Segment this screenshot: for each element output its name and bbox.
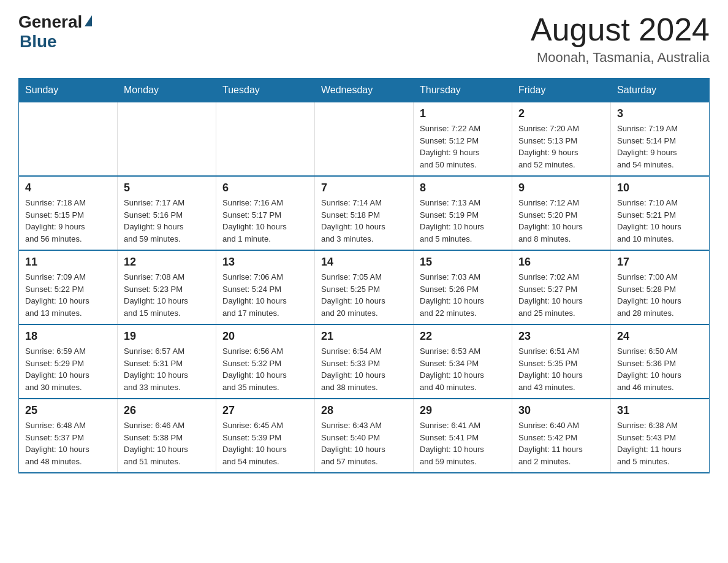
calendar-cell: 12Sunrise: 7:08 AM Sunset: 5:23 PM Dayli… <box>118 250 216 324</box>
day-info: Sunrise: 7:18 AM Sunset: 5:15 PM Dayligh… <box>25 197 111 245</box>
day-number: 4 <box>25 182 111 194</box>
day-number: 15 <box>420 256 506 269</box>
calendar-cell: 22Sunrise: 6:53 AM Sunset: 5:34 PM Dayli… <box>414 324 512 399</box>
calendar-cell: 26Sunrise: 6:46 AM Sunset: 5:38 PM Dayli… <box>118 399 216 473</box>
location-subtitle: Moonah, Tasmania, Australia <box>531 50 710 66</box>
day-number: 24 <box>617 330 703 343</box>
day-info: Sunrise: 6:46 AM Sunset: 5:38 PM Dayligh… <box>124 419 210 467</box>
day-number: 5 <box>124 182 210 194</box>
day-info: Sunrise: 7:08 AM Sunset: 5:23 PM Dayligh… <box>124 271 210 319</box>
header-tuesday: Tuesday <box>216 79 315 102</box>
day-info: Sunrise: 7:20 AM Sunset: 5:13 PM Dayligh… <box>518 123 604 170</box>
calendar-cell: 3Sunrise: 7:19 AM Sunset: 5:14 PM Daylig… <box>611 102 710 177</box>
day-info: Sunrise: 6:38 AM Sunset: 5:43 PM Dayligh… <box>617 419 703 467</box>
header-friday: Friday <box>512 79 611 102</box>
day-number: 2 <box>518 107 604 120</box>
day-number: 1 <box>420 107 506 120</box>
calendar-week-2: 4Sunrise: 7:18 AM Sunset: 5:15 PM Daylig… <box>19 176 710 250</box>
calendar-cell: 15Sunrise: 7:03 AM Sunset: 5:26 PM Dayli… <box>414 250 512 324</box>
day-info: Sunrise: 6:40 AM Sunset: 5:42 PM Dayligh… <box>518 419 604 467</box>
calendar-cell: 19Sunrise: 6:57 AM Sunset: 5:31 PM Dayli… <box>118 324 216 399</box>
day-info: Sunrise: 7:10 AM Sunset: 5:21 PM Dayligh… <box>617 197 703 245</box>
day-info: Sunrise: 7:12 AM Sunset: 5:20 PM Dayligh… <box>518 197 604 245</box>
day-number: 6 <box>222 182 308 194</box>
day-number: 9 <box>518 182 604 194</box>
day-info: Sunrise: 7:09 AM Sunset: 5:22 PM Dayligh… <box>25 271 111 319</box>
day-info: Sunrise: 7:17 AM Sunset: 5:16 PM Dayligh… <box>124 197 210 245</box>
header-wednesday: Wednesday <box>315 79 414 102</box>
day-number: 3 <box>617 107 703 120</box>
day-number: 26 <box>124 404 210 417</box>
day-number: 7 <box>321 182 407 194</box>
logo-general-text: General <box>18 12 82 32</box>
calendar-week-1: 1Sunrise: 7:22 AM Sunset: 5:12 PM Daylig… <box>19 102 710 177</box>
calendar-cell <box>118 102 216 177</box>
day-info: Sunrise: 7:03 AM Sunset: 5:26 PM Dayligh… <box>420 271 506 319</box>
calendar-cell: 6Sunrise: 7:16 AM Sunset: 5:17 PM Daylig… <box>216 176 315 250</box>
day-number: 27 <box>222 404 308 417</box>
calendar-cell: 2Sunrise: 7:20 AM Sunset: 5:13 PM Daylig… <box>512 102 611 177</box>
day-info: Sunrise: 7:02 AM Sunset: 5:27 PM Dayligh… <box>518 271 604 319</box>
day-info: Sunrise: 6:43 AM Sunset: 5:40 PM Dayligh… <box>321 419 407 467</box>
calendar-cell: 23Sunrise: 6:51 AM Sunset: 5:35 PM Dayli… <box>512 324 611 399</box>
day-info: Sunrise: 7:05 AM Sunset: 5:25 PM Dayligh… <box>321 271 407 319</box>
calendar-header-row: SundayMondayTuesdayWednesdayThursdayFrid… <box>19 79 710 102</box>
day-info: Sunrise: 6:41 AM Sunset: 5:41 PM Dayligh… <box>420 419 506 467</box>
day-number: 22 <box>420 330 506 343</box>
day-number: 16 <box>518 256 604 269</box>
calendar-cell: 24Sunrise: 6:50 AM Sunset: 5:36 PM Dayli… <box>611 324 710 399</box>
calendar-cell: 5Sunrise: 7:17 AM Sunset: 5:16 PM Daylig… <box>118 176 216 250</box>
calendar-cell: 28Sunrise: 6:43 AM Sunset: 5:40 PM Dayli… <box>315 399 414 473</box>
month-title: August 2024 <box>531 12 710 47</box>
day-number: 18 <box>25 330 111 343</box>
calendar-cell: 14Sunrise: 7:05 AM Sunset: 5:25 PM Dayli… <box>315 250 414 324</box>
logo-triangle-icon <box>85 15 92 26</box>
calendar-cell: 4Sunrise: 7:18 AM Sunset: 5:15 PM Daylig… <box>19 176 118 250</box>
day-number: 11 <box>25 256 111 269</box>
day-number: 12 <box>124 256 210 269</box>
day-number: 23 <box>518 330 604 343</box>
calendar-cell <box>315 102 414 177</box>
title-section: August 2024 Moonah, Tasmania, Australia <box>531 12 710 66</box>
calendar-cell: 9Sunrise: 7:12 AM Sunset: 5:20 PM Daylig… <box>512 176 611 250</box>
day-info: Sunrise: 6:59 AM Sunset: 5:29 PM Dayligh… <box>25 345 111 393</box>
day-number: 20 <box>222 330 308 343</box>
day-info: Sunrise: 7:06 AM Sunset: 5:24 PM Dayligh… <box>222 271 308 319</box>
page-header: General Blue August 2024 Moonah, Tasmani… <box>18 12 710 66</box>
calendar-cell: 27Sunrise: 6:45 AM Sunset: 5:39 PM Dayli… <box>216 399 315 473</box>
calendar-cell <box>216 102 315 177</box>
calendar-cell: 17Sunrise: 7:00 AM Sunset: 5:28 PM Dayli… <box>611 250 710 324</box>
day-number: 31 <box>617 404 703 417</box>
day-number: 29 <box>420 404 506 417</box>
header-saturday: Saturday <box>611 79 710 102</box>
day-info: Sunrise: 7:13 AM Sunset: 5:19 PM Dayligh… <box>420 197 506 245</box>
logo-text: General <box>18 12 92 32</box>
calendar-week-3: 11Sunrise: 7:09 AM Sunset: 5:22 PM Dayli… <box>19 250 710 324</box>
day-info: Sunrise: 6:48 AM Sunset: 5:37 PM Dayligh… <box>25 419 111 467</box>
day-number: 13 <box>222 256 308 269</box>
calendar-cell: 10Sunrise: 7:10 AM Sunset: 5:21 PM Dayli… <box>611 176 710 250</box>
day-info: Sunrise: 7:16 AM Sunset: 5:17 PM Dayligh… <box>222 197 308 245</box>
header-thursday: Thursday <box>414 79 512 102</box>
day-number: 21 <box>321 330 407 343</box>
day-info: Sunrise: 6:56 AM Sunset: 5:32 PM Dayligh… <box>222 345 308 393</box>
calendar-cell: 1Sunrise: 7:22 AM Sunset: 5:12 PM Daylig… <box>414 102 512 177</box>
calendar-cell: 7Sunrise: 7:14 AM Sunset: 5:18 PM Daylig… <box>315 176 414 250</box>
calendar-week-5: 25Sunrise: 6:48 AM Sunset: 5:37 PM Dayli… <box>19 399 710 473</box>
day-number: 8 <box>420 182 506 194</box>
calendar-cell: 18Sunrise: 6:59 AM Sunset: 5:29 PM Dayli… <box>19 324 118 399</box>
logo: General Blue <box>18 12 92 52</box>
day-info: Sunrise: 7:00 AM Sunset: 5:28 PM Dayligh… <box>617 271 703 319</box>
calendar-cell <box>19 102 118 177</box>
calendar-week-4: 18Sunrise: 6:59 AM Sunset: 5:29 PM Dayli… <box>19 324 710 399</box>
day-number: 17 <box>617 256 703 269</box>
day-number: 10 <box>617 182 703 194</box>
day-info: Sunrise: 7:22 AM Sunset: 5:12 PM Dayligh… <box>420 123 506 170</box>
calendar-cell: 29Sunrise: 6:41 AM Sunset: 5:41 PM Dayli… <box>414 399 512 473</box>
day-number: 14 <box>321 256 407 269</box>
header-monday: Monday <box>118 79 216 102</box>
calendar-cell: 21Sunrise: 6:54 AM Sunset: 5:33 PM Dayli… <box>315 324 414 399</box>
day-number: 25 <box>25 404 111 417</box>
calendar-cell: 30Sunrise: 6:40 AM Sunset: 5:42 PM Dayli… <box>512 399 611 473</box>
day-info: Sunrise: 6:57 AM Sunset: 5:31 PM Dayligh… <box>124 345 210 393</box>
